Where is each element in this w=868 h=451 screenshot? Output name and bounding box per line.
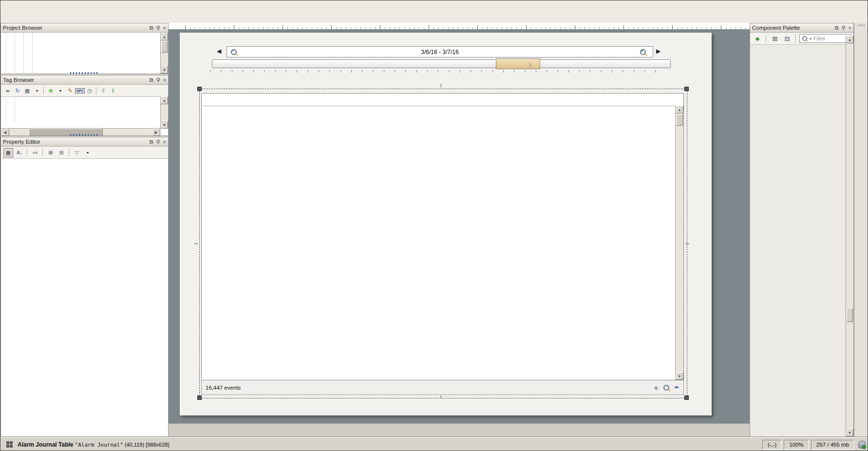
palette-scrollbar[interactable]: ▲ ▼ bbox=[846, 36, 853, 436]
add-tag-icon[interactable]: ⊕ bbox=[46, 87, 55, 95]
scroll-up-button[interactable]: ▲ bbox=[846, 36, 853, 43]
sort-az-icon[interactable]: A↓ bbox=[15, 149, 24, 157]
tag-refresh-icon[interactable]: ↻ bbox=[13, 87, 22, 95]
close-panel-icon[interactable]: × bbox=[849, 25, 851, 31]
import-tags-icon[interactable]: ⇧ bbox=[99, 87, 108, 95]
timeline-track[interactable] bbox=[212, 59, 671, 68]
show-description-icon[interactable]: ▭ bbox=[31, 149, 39, 157]
toolbar-grip[interactable] bbox=[858, 24, 865, 26]
panel-splitter[interactable] bbox=[70, 134, 99, 136]
scroll-thumb[interactable] bbox=[676, 114, 683, 126]
pin-panel-icon[interactable]: ⚲ bbox=[156, 139, 160, 145]
edit-tag-icon[interactable]: ✎ bbox=[66, 87, 75, 95]
project-tree bbox=[1, 33, 168, 74]
footer-magnifier-icon[interactable] bbox=[663, 385, 669, 391]
alarm-journal-table[interactable]: ▲ ▼ bbox=[201, 93, 684, 380]
project-browser-panel: Project Browser ⧉⚲× ▲ ▼ bbox=[0, 23, 169, 74]
table-header-row[interactable] bbox=[202, 94, 683, 106]
float-panel-icon[interactable]: ⧉ bbox=[150, 77, 153, 83]
property-editor-titlebar: Property Editor ⧉⚲× bbox=[1, 137, 168, 147]
close-panel-icon[interactable]: × bbox=[163, 77, 166, 83]
filter-pen-icon[interactable]: ✒ bbox=[674, 384, 679, 391]
scroll-down-button[interactable]: ▼ bbox=[676, 372, 683, 380]
project-tree-scrollbar[interactable]: ▲ ▼ bbox=[160, 33, 168, 74]
date-range-display[interactable]: − 3/6/16 - 3/7/16 + bbox=[226, 46, 653, 57]
timeline-minor-ticks bbox=[210, 70, 664, 73]
gateway-connection-icon bbox=[858, 441, 866, 449]
scroll-up-button[interactable]: ▲ bbox=[676, 106, 683, 113]
float-panel-icon[interactable]: ⧉ bbox=[150, 25, 153, 31]
scroll-left-button[interactable]: ◀ bbox=[1, 129, 9, 136]
table-rows bbox=[202, 106, 676, 380]
scroll-up-button[interactable]: ▲ bbox=[161, 96, 168, 104]
resize-handle-top-left[interactable] bbox=[197, 87, 202, 91]
tag-browser-title: Tag Browser bbox=[3, 77, 34, 83]
resize-handle-top-right[interactable] bbox=[684, 87, 689, 91]
tree-guide-line bbox=[32, 33, 33, 74]
details-icon[interactable]: ◈ bbox=[654, 384, 659, 391]
scroll-thumb[interactable] bbox=[847, 308, 853, 322]
scroll-up-button[interactable]: ▲ bbox=[161, 33, 168, 40]
component-palette-titlebar: Component Palette ⧉⚲× bbox=[750, 23, 853, 33]
float-panel-icon[interactable]: ⧉ bbox=[150, 139, 153, 145]
resize-handle-bottom-right[interactable] bbox=[684, 395, 689, 400]
scan-class-icon[interactable]: ◷ bbox=[85, 87, 94, 95]
timeline-selection-box[interactable] bbox=[496, 58, 540, 69]
expand-categories-icon[interactable]: ⊞ bbox=[46, 149, 55, 157]
scroll-right-button[interactable]: ▶ bbox=[152, 129, 160, 136]
add-tag-dropdown-arrow[interactable]: ▾ bbox=[56, 87, 65, 95]
pin-panel-icon[interactable]: ⚲ bbox=[156, 77, 160, 83]
range-scroll-left-icon[interactable]: ◀ bbox=[217, 48, 221, 55]
table-vertical-scrollbar[interactable]: ▲ ▼ bbox=[675, 106, 683, 380]
main-toolbar bbox=[0, 12, 868, 23]
menu-bar bbox=[0, 0, 868, 13]
close-panel-icon[interactable]: × bbox=[163, 139, 166, 145]
pin-panel-icon[interactable]: ⚲ bbox=[842, 25, 846, 31]
zoom-level-indicator[interactable]: 100% bbox=[784, 440, 809, 450]
ruler-ticks bbox=[185, 25, 750, 29]
design-surface[interactable]: ◀ − 3/6/16 - 3/7/16 + ▶ ↑ ↕ ↕ ↔ ↔ ▲ ▼ bbox=[180, 33, 712, 415]
zoom-out-range-icon[interactable]: − bbox=[231, 49, 237, 55]
tag-browser-titlebar: Tag Browser ⧉⚲× bbox=[1, 75, 168, 85]
design-canvas-area: ◀ − 3/6/16 - 3/7/16 + ▶ ↑ ↕ ↕ ↔ ↔ ▲ ▼ bbox=[169, 23, 750, 423]
filter-properties-icon[interactable]: ▽ bbox=[73, 149, 81, 157]
component-palette-panel: Component Palette ⧉⚲× ♣ ⊞ ⊟ ▾ Filter ▲ ▼ bbox=[750, 23, 854, 437]
resize-handle-left[interactable]: ↔ bbox=[193, 239, 199, 246]
resize-handle-top[interactable]: ↕ bbox=[439, 82, 442, 89]
opc-browse-icon[interactable]: OPC bbox=[75, 88, 85, 94]
component-palette-title: Component Palette bbox=[752, 25, 800, 31]
zoom-in-range-icon[interactable]: + bbox=[640, 49, 646, 55]
categorized-view-icon[interactable]: ▦ bbox=[3, 148, 13, 157]
scroll-down-button[interactable]: ▼ bbox=[161, 121, 168, 129]
close-panel-icon[interactable]: × bbox=[163, 25, 166, 31]
scroll-down-button[interactable]: ▼ bbox=[161, 66, 168, 74]
tag-grid-view-icon[interactable]: ▦ bbox=[23, 87, 32, 95]
window-tabs-bar bbox=[169, 423, 750, 437]
tree-guide-line bbox=[15, 33, 15, 74]
collapse-categories-icon[interactable]: ⊟ bbox=[57, 149, 66, 157]
export-tags-icon[interactable]: ⇩ bbox=[109, 87, 117, 95]
tree-guide-line bbox=[6, 33, 6, 74]
horizontal-ruler bbox=[169, 23, 750, 30]
date-range-label: 3/6/16 - 3/7/16 bbox=[421, 49, 458, 56]
tree-guide-line bbox=[23, 33, 24, 74]
view-dropdown-arrow[interactable]: ▾ bbox=[33, 87, 41, 95]
palette-component-list bbox=[750, 36, 846, 436]
memory-usage-indicator[interactable]: 257 / 455 mb bbox=[811, 440, 854, 450]
tag-search-icon[interactable]: ∞ bbox=[3, 87, 12, 95]
float-panel-icon[interactable]: ⧉ bbox=[835, 25, 839, 31]
tag-tree bbox=[1, 97, 168, 123]
pin-panel-icon[interactable]: ⚲ bbox=[156, 25, 160, 31]
project-browser-title: Project Browser bbox=[3, 25, 42, 31]
tag-vertical-scrollbar[interactable]: ▲ ▼ bbox=[160, 96, 168, 129]
panel-splitter[interactable] bbox=[70, 72, 99, 74]
ignition-designer-window: { "menu": {"items": [ {"label":"File","u… bbox=[0, 0, 868, 451]
scroll-thumb[interactable] bbox=[161, 41, 168, 53]
resize-handle-bottom-left[interactable] bbox=[197, 395, 202, 400]
mouse-coords-indicator: (-,-) bbox=[762, 440, 782, 450]
property-list bbox=[1, 159, 168, 434]
range-scroll-right-icon[interactable]: ▶ bbox=[656, 48, 660, 55]
resize-handle-right[interactable]: ↔ bbox=[684, 239, 690, 246]
scroll-down-button[interactable]: ▼ bbox=[846, 429, 853, 436]
filter-dropdown-arrow[interactable]: ▾ bbox=[83, 149, 92, 157]
